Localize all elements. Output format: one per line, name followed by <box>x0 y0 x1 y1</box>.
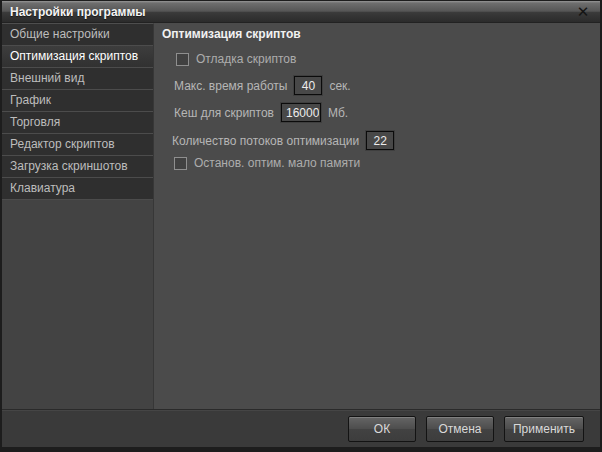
close-button[interactable]: ✕ <box>572 2 594 22</box>
cache-size-label: Кеш для скриптов <box>174 106 274 120</box>
max-work-time-label: Макс. время работы <box>174 79 287 93</box>
page-title: Оптимизация скриптов <box>162 27 301 41</box>
title-bar[interactable]: Настройки программы ✕ <box>2 1 600 23</box>
button-bar: ОК Отмена Применить <box>2 409 600 447</box>
sidebar-item-chart[interactable]: График <box>2 90 153 112</box>
close-icon: ✕ <box>577 3 590 21</box>
sidebar-item-keyboard[interactable]: Клавиатура <box>2 178 153 200</box>
settings-panel: Оптимизация скриптов Отладка скриптов Ма… <box>154 23 600 409</box>
max-work-time-units: сек. <box>329 79 350 93</box>
debug-scripts-row: Отладка скриптов <box>176 52 296 66</box>
cache-size-row: Кеш для скриптов Мб. <box>174 103 348 122</box>
apply-button[interactable]: Применить <box>504 416 584 442</box>
sidebar-item-script-optimization[interactable]: Оптимизация скриптов <box>2 46 153 68</box>
optimization-threads-input[interactable] <box>366 131 394 150</box>
optimization-threads-label: Количество потоков оптимизации <box>172 134 359 148</box>
sidebar-item-trading[interactable]: Торговля <box>2 112 153 134</box>
sidebar-item-general-settings[interactable]: Общие настройки <box>2 24 153 46</box>
sidebar-item-screenshot-upload[interactable]: Загрузка скриншотов <box>2 156 153 178</box>
dialog-body: Общие настройки Оптимизация скриптов Вне… <box>2 23 600 409</box>
stop-optimization-low-memory-checkbox[interactable] <box>174 157 187 170</box>
window-title: Настройки программы <box>10 5 146 19</box>
max-work-time-row: Макс. время работы сек. <box>174 76 351 95</box>
settings-window: Настройки программы ✕ Общие настройки Оп… <box>0 0 602 452</box>
sidebar-item-appearance[interactable]: Внешний вид <box>2 68 153 90</box>
cancel-button[interactable]: Отмена <box>426 416 494 442</box>
max-work-time-input[interactable] <box>294 76 322 95</box>
debug-scripts-label: Отладка скриптов <box>196 52 296 66</box>
stop-optimization-label: Останов. оптим. мало памяти <box>194 156 360 170</box>
debug-scripts-checkbox[interactable] <box>176 53 189 66</box>
optimization-threads-row: Количество потоков оптимизации <box>172 131 394 150</box>
cache-size-input[interactable] <box>281 103 321 122</box>
ok-button[interactable]: ОК <box>348 416 416 442</box>
sidebar-item-script-editor[interactable]: Редактор скриптов <box>2 134 153 156</box>
cache-size-units: Мб. <box>328 106 348 120</box>
stop-optimization-row: Останов. оптим. мало памяти <box>174 156 360 170</box>
sidebar: Общие настройки Оптимизация скриптов Вне… <box>2 23 154 409</box>
